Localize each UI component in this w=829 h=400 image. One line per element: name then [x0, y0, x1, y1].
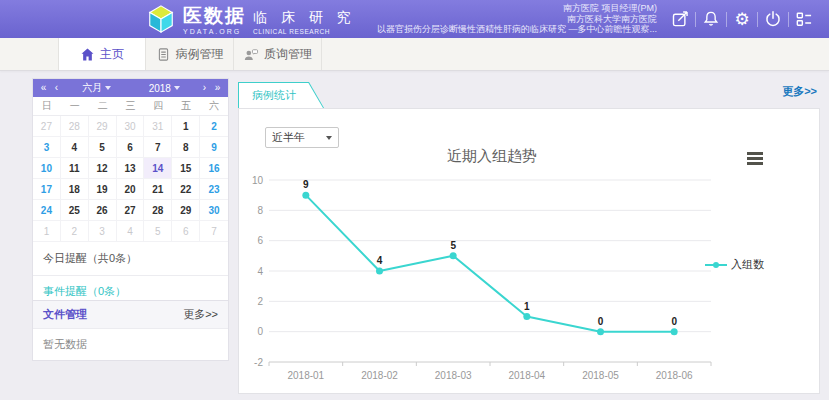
calendar-day[interactable]: 11	[61, 158, 89, 179]
svg-text:2018-06: 2018-06	[656, 370, 693, 381]
weekday-label: 三	[117, 97, 145, 115]
bell-icon[interactable]	[696, 5, 726, 33]
svg-text:0: 0	[671, 316, 677, 327]
tab-home[interactable]: 主页	[58, 38, 146, 70]
calendar-day[interactable]: 3	[89, 221, 117, 242]
next-year-icon[interactable]: »	[211, 79, 224, 97]
svg-text:-2: -2	[254, 357, 263, 368]
weekday-label: 一	[61, 97, 89, 115]
calendar-day[interactable]: 3	[33, 137, 61, 158]
calendar-day[interactable]: 12	[89, 158, 117, 179]
caret-down-icon	[174, 86, 180, 90]
calendar-day[interactable]: 9	[200, 137, 228, 158]
calendar-day[interactable]: 30	[200, 200, 228, 221]
tab-label: 病例管理	[176, 46, 224, 63]
caret-down-icon	[326, 136, 332, 140]
tab-case-management[interactable]: 病例管理	[146, 38, 234, 70]
prev-month-icon[interactable]: ‹	[50, 79, 63, 97]
calendar-day[interactable]: 1	[33, 221, 61, 242]
svg-text:0: 0	[598, 316, 604, 327]
svg-text:6: 6	[257, 235, 263, 246]
calendar-day[interactable]: 2	[61, 221, 89, 242]
calendar-grid: 2728293031123456789101112131415161718192…	[33, 116, 228, 242]
calendar-day[interactable]: 18	[61, 179, 89, 200]
calendar-day[interactable]: 7	[144, 137, 172, 158]
inquiry-person-icon	[243, 47, 259, 62]
brand-name: 医数据	[183, 6, 246, 25]
range-select-value: 近半年	[272, 130, 305, 145]
svg-text:4: 4	[377, 255, 383, 266]
calendar-day[interactable]: 16	[200, 158, 228, 179]
apps-grid-icon[interactable]	[789, 5, 819, 33]
svg-text:5: 5	[450, 240, 456, 251]
file-more-link[interactable]: 更多>>	[183, 307, 218, 322]
calendar-day[interactable]: 4	[61, 137, 89, 158]
calendar-day[interactable]: 26	[89, 200, 117, 221]
edit-icon[interactable]	[665, 5, 695, 33]
chart-menu-icon[interactable]	[747, 152, 763, 165]
month-select[interactable]: 六月	[63, 81, 131, 95]
stats-more-link[interactable]: 更多>>	[782, 84, 817, 99]
svg-text:9: 9	[303, 179, 309, 190]
calendar-day[interactable]: 1	[172, 116, 200, 137]
calendar-day[interactable]: 10	[33, 158, 61, 179]
app-header: 医数据 YDATA.ORG 临 床 研 究 CLINICAL RESEARCH …	[0, 0, 829, 38]
case-stats-tab-label: 病例统计	[239, 83, 323, 108]
chart-title: 近期入组趋势	[239, 147, 745, 166]
calendar-day[interactable]: 5	[89, 137, 117, 158]
year-label: 2018	[149, 83, 171, 94]
hospital-role-line: 南方医院 项目经理(PM)	[377, 3, 657, 14]
calendar-day[interactable]: 23	[200, 179, 228, 200]
chart-legend[interactable]: 入组数	[705, 257, 764, 272]
calendar-day[interactable]: 4	[117, 221, 145, 242]
calendar-day[interactable]: 6	[172, 221, 200, 242]
user-project-info: 南方医院 项目经理(PM) 南方医科大学南方医院 以器官损伤分层诊断慢性酒精性肝…	[377, 3, 657, 35]
calendar-day[interactable]: 22	[172, 179, 200, 200]
calendar-day[interactable]: 5	[144, 221, 172, 242]
gear-icon[interactable]: ⚙	[727, 5, 757, 33]
calendar-day[interactable]: 28	[144, 200, 172, 221]
prev-year-icon[interactable]: «	[37, 79, 50, 97]
tab-inquiry-management[interactable]: 质询管理	[234, 38, 322, 70]
calendar-day[interactable]: 20	[117, 179, 145, 200]
range-select[interactable]: 近半年	[265, 127, 339, 148]
calendar-day[interactable]: 2	[200, 116, 228, 137]
project-title-marquee: 以器官损伤分层诊断慢性酒精性肝病的临床研究 —多中心前瞻性观察...	[377, 24, 657, 35]
month-label: 六月	[82, 81, 102, 95]
calendar-day[interactable]: 27	[117, 200, 145, 221]
year-select[interactable]: 2018	[131, 83, 199, 94]
weekday-label: 五	[172, 97, 200, 115]
svg-text:2018-04: 2018-04	[508, 370, 545, 381]
calendar-day[interactable]: 17	[33, 179, 61, 200]
calendar-day[interactable]: 29	[172, 200, 200, 221]
weekday-label: 二	[89, 97, 117, 115]
calendar-day[interactable]: 13	[117, 158, 145, 179]
calendar-weekday-row: 日一二三四五六	[33, 97, 228, 116]
power-icon[interactable]	[758, 5, 788, 33]
calendar-day[interactable]: 19	[89, 179, 117, 200]
svg-text:1: 1	[524, 301, 530, 312]
svg-text:2018-01: 2018-01	[287, 370, 324, 381]
calendar-day[interactable]: 25	[61, 200, 89, 221]
weekday-label: 日	[33, 97, 61, 115]
calendar-day[interactable]: 29	[89, 116, 117, 137]
calendar-day[interactable]: 15	[172, 158, 200, 179]
brand-logo: 医数据 YDATA.ORG 临 床 研 究 CLINICAL RESEARCH	[146, 4, 356, 35]
next-month-icon[interactable]: ›	[198, 79, 211, 97]
calendar-day[interactable]: 27	[33, 116, 61, 137]
svg-text:8: 8	[257, 205, 263, 216]
file-empty-text: 暂无数据	[33, 329, 228, 360]
calendar-day[interactable]: 28	[61, 116, 89, 137]
calendar-day[interactable]: 31	[144, 116, 172, 137]
calendar-day[interactable]: 7	[200, 221, 228, 242]
calendar-day-today[interactable]: 14	[144, 158, 172, 179]
calendar-day[interactable]: 21	[144, 179, 172, 200]
legend-label: 入组数	[731, 257, 764, 272]
calendar-day[interactable]: 6	[117, 137, 145, 158]
calendar-day[interactable]: 8	[172, 137, 200, 158]
calendar-day[interactable]: 24	[33, 200, 61, 221]
calendar-day[interactable]: 30	[117, 116, 145, 137]
weekday-label: 六	[200, 97, 228, 115]
hospital-line: 南方医科大学南方医院	[377, 14, 657, 25]
case-stats-tab[interactable]: 病例统计	[238, 82, 324, 108]
